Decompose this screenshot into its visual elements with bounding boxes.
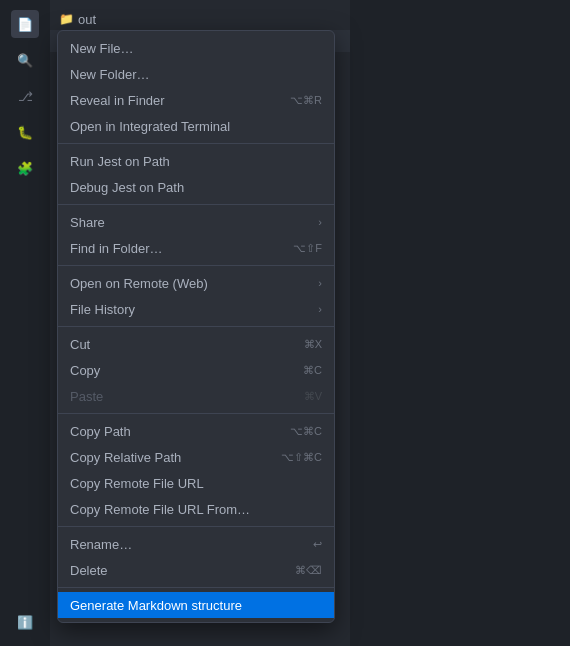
menu-item-delete[interactable]: Delete ⌘⌫ [58, 557, 334, 583]
menu-item-run-jest[interactable]: Run Jest on Path [58, 148, 334, 174]
menu-item-generate-markdown[interactable]: Generate Markdown structure [58, 592, 334, 618]
menu-item-share[interactable]: Share › [58, 209, 334, 235]
shortcut-rename: ↩ [313, 538, 322, 551]
shortcut-copy-relative-path: ⌥⇧⌘C [281, 451, 322, 464]
menu-item-paste[interactable]: Paste ⌘V [58, 383, 334, 409]
shortcut-paste: ⌘V [304, 390, 322, 403]
menu-item-copy-remote-url[interactable]: Copy Remote File URL [58, 470, 334, 496]
context-menu: New File… New Folder… Reveal in Finder ⌥… [57, 30, 335, 623]
menu-item-reveal-finder[interactable]: Reveal in Finder ⌥⌘R [58, 87, 334, 113]
menu-item-copy-path[interactable]: Copy Path ⌥⌘C [58, 418, 334, 444]
separator-6 [58, 526, 334, 527]
menu-item-file-history[interactable]: File History › [58, 296, 334, 322]
separator-3 [58, 265, 334, 266]
menu-item-copy[interactable]: Copy ⌘C [58, 357, 334, 383]
separator-2 [58, 204, 334, 205]
menu-item-new-folder[interactable]: New Folder… [58, 61, 334, 87]
sidebar: 📄 🔍 ⎇ 🐛 🧩 ℹ️ [0, 0, 50, 646]
menu-item-cut[interactable]: Cut ⌘X [58, 331, 334, 357]
sidebar-icon-search[interactable]: 🔍 [11, 46, 39, 74]
menu-item-copy-relative-path[interactable]: Copy Relative Path ⌥⇧⌘C [58, 444, 334, 470]
menu-item-rename[interactable]: Rename… ↩ [58, 531, 334, 557]
menu-item-open-terminal[interactable]: Open in Integrated Terminal [58, 113, 334, 139]
menu-item-find-in-folder[interactable]: Find in Folder… ⌥⇧F [58, 235, 334, 261]
shortcut-cut: ⌘X [304, 338, 322, 351]
shortcut-copy: ⌘C [303, 364, 322, 377]
arrow-open-remote: › [318, 277, 322, 289]
sidebar-icon-files[interactable]: 📄 [11, 10, 39, 38]
sidebar-icon-extensions[interactable]: 🧩 [11, 154, 39, 182]
menu-item-debug-jest[interactable]: Debug Jest on Path [58, 174, 334, 200]
separator-4 [58, 326, 334, 327]
shortcut-find-in-folder: ⌥⇧F [293, 242, 322, 255]
arrow-share: › [318, 216, 322, 228]
sidebar-icon-info[interactable]: ℹ️ [11, 608, 39, 636]
arrow-file-history: › [318, 303, 322, 315]
menu-item-open-remote[interactable]: Open on Remote (Web) › [58, 270, 334, 296]
separator-1 [58, 143, 334, 144]
tree-item-out[interactable]: 📁 out [50, 8, 350, 30]
separator-7 [58, 587, 334, 588]
sidebar-icon-git[interactable]: ⎇ [11, 82, 39, 110]
shortcut-delete: ⌘⌫ [295, 564, 322, 577]
shortcut-reveal-finder: ⌥⌘R [290, 94, 322, 107]
shortcut-copy-path: ⌥⌘C [290, 425, 322, 438]
menu-item-copy-remote-url-from[interactable]: Copy Remote File URL From… [58, 496, 334, 522]
menu-item-new-file[interactable]: New File… [58, 35, 334, 61]
separator-5 [58, 413, 334, 414]
sidebar-icon-debug[interactable]: 🐛 [11, 118, 39, 146]
